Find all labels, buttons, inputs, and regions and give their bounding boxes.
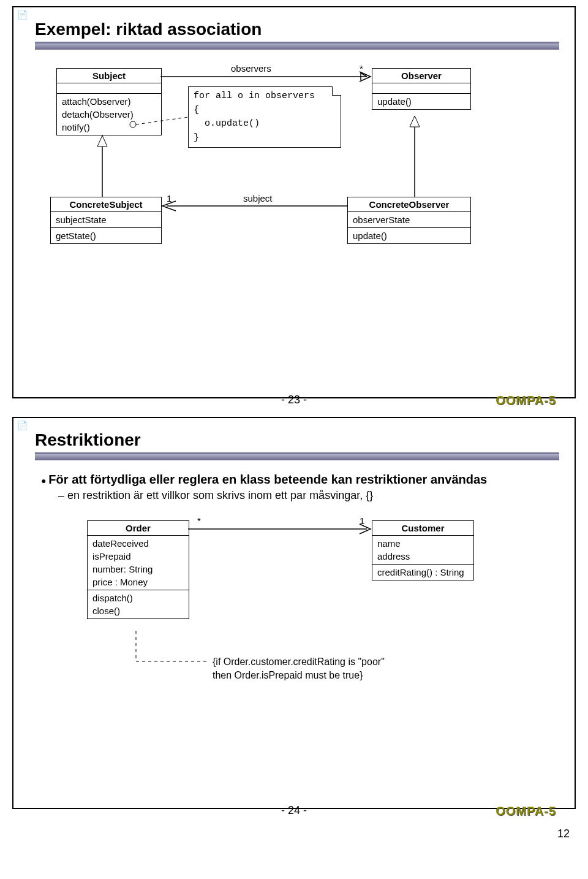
slide-23: 📄 Exempel: riktad association Subject at…	[12, 6, 576, 398]
class-attrs: dateReceived isPrepaid number: String pr…	[88, 536, 189, 590]
mult-left: *	[197, 516, 201, 526]
slide-24: 📄 Restriktioner För att förtydliga eller…	[12, 417, 576, 809]
diagram-canvas: Subject attach(Observer) detach(Observer…	[29, 50, 559, 368]
class-order: Order dateReceived isPrepaid number: Str…	[87, 520, 189, 619]
note-box: for all o in observers { o.update() }	[188, 86, 341, 148]
class-ops: update()	[372, 94, 470, 109]
assoc-label: observers	[231, 63, 271, 74]
bullet-text: För att förtydliga eller reglera en klas…	[41, 473, 559, 487]
subject-label: subject	[243, 193, 273, 204]
class-ops: creditRating() : String	[372, 565, 473, 580]
note-line: }	[194, 131, 334, 145]
class-ops: getState()	[51, 228, 161, 243]
slide-title: Exempel: riktad association	[35, 20, 559, 39]
attr: subjectState	[56, 213, 156, 226]
class-observer: Observer update()	[372, 68, 471, 110]
attr: address	[377, 550, 469, 563]
op: notify()	[62, 121, 156, 134]
class-name: Customer	[372, 521, 473, 536]
attr: price : Money	[92, 576, 184, 588]
op: update()	[377, 95, 466, 108]
class-ops: update()	[348, 228, 470, 243]
class-name: ConcreteSubject	[51, 197, 161, 212]
class-subject: Subject attach(Observer) detach(Observer…	[56, 68, 162, 135]
title-bar	[35, 42, 559, 50]
svg-marker-6	[410, 116, 420, 127]
class-attrs: subjectState	[51, 212, 161, 228]
attr: number: String	[92, 563, 184, 576]
note-line: o.update()	[194, 117, 334, 131]
subject-mult: 1	[167, 193, 172, 204]
class-name: Observer	[372, 69, 470, 83]
svg-marker-4	[97, 135, 107, 146]
class-name: Subject	[57, 69, 161, 83]
brand-label: OOMPA-5	[496, 394, 556, 408]
diagram-canvas-2: Order dateReceived isPrepaid number: Str…	[29, 502, 559, 747]
page-number: - 24 -	[281, 804, 307, 817]
class-concrete-observer: ConcreteObserver observerState update()	[347, 197, 471, 244]
class-ops: attach(Observer) detach(Observer) notify…	[57, 94, 161, 135]
op: update()	[353, 229, 466, 242]
class-name: Order	[88, 521, 189, 536]
attr: name	[377, 537, 469, 550]
constraint-line: {if Order.customer.creditRating is "poor…	[213, 655, 385, 669]
page-number: - 23 -	[281, 394, 307, 406]
subbullet-text: en restriktion är ett villkor som skrivs…	[58, 489, 559, 502]
attr: dateReceived	[92, 537, 184, 550]
note-fold-icon	[332, 86, 341, 96]
doc-page-number: 12	[0, 828, 588, 847]
page-icon: 📄	[17, 10, 28, 20]
op: attach(Observer)	[62, 95, 156, 108]
op: getState()	[56, 229, 156, 242]
note-line: {	[194, 104, 334, 118]
bullet-block: För att förtydliga eller reglera en klas…	[41, 473, 559, 502]
class-attrs	[372, 83, 470, 94]
title-bar	[35, 452, 559, 460]
class-concrete-subject: ConcreteSubject subjectState getState()	[50, 197, 162, 244]
op: detach(Observer)	[62, 108, 156, 121]
mult-right: 1	[360, 516, 364, 526]
slide-title: Restriktioner	[35, 430, 559, 450]
class-ops: dispatch() close()	[88, 590, 189, 618]
class-name: ConcreteObserver	[348, 197, 470, 212]
attr: isPrepaid	[92, 550, 184, 563]
constraint-line: then Order.isPrepaid must be true}	[213, 669, 385, 682]
op: dispatch()	[92, 592, 184, 604]
assoc-mult: *	[360, 63, 363, 74]
brand-label: OOMPA-5	[496, 804, 556, 818]
page-icon: 📄	[17, 420, 28, 430]
op: creditRating() : String	[377, 566, 469, 579]
class-customer: Customer name address creditRating() : S…	[372, 520, 474, 580]
class-attrs: observerState	[348, 212, 470, 228]
class-attrs: name address	[372, 536, 473, 565]
note-line: for all o in observers	[194, 89, 334, 104]
op: close()	[92, 604, 184, 617]
constraint-note: {if Order.customer.creditRating is "poor…	[213, 655, 385, 683]
class-attrs	[57, 83, 161, 94]
attr: observerState	[353, 213, 466, 226]
